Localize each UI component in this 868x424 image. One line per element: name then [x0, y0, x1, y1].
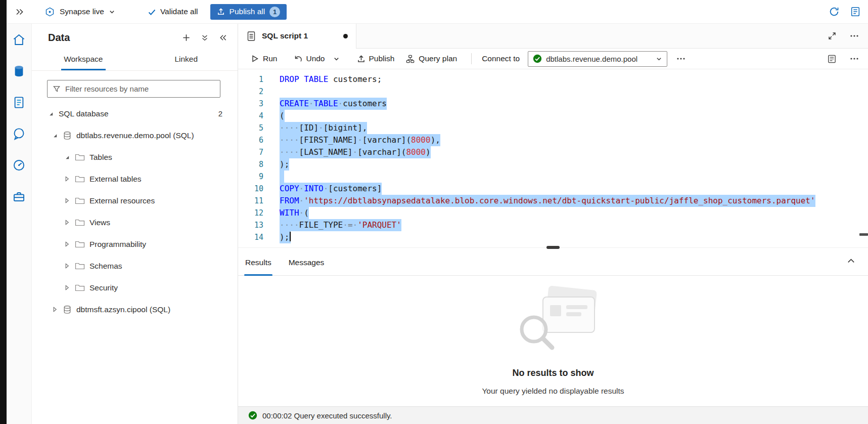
undo-dropdown-icon[interactable]: [329, 53, 344, 65]
tree-item[interactable]: SQL database2: [32, 103, 238, 124]
add-resource-icon[interactable]: [182, 33, 191, 42]
chevron-expanded-icon[interactable]: [47, 111, 54, 116]
code-line[interactable]: 14);: [238, 231, 868, 243]
query-plan-button[interactable]: Query plan: [401, 52, 461, 66]
validate-all-button[interactable]: Validate all: [148, 7, 198, 16]
chevron-collapsed-icon[interactable]: [63, 241, 70, 247]
window-edge: [0, 0, 7, 424]
expand-nav-icon[interactable]: [15, 7, 24, 17]
publish-all-button[interactable]: Publish all 1: [210, 4, 287, 20]
nav-manage-button[interactable]: [7, 181, 32, 212]
toolbar-more-icon[interactable]: [676, 57, 686, 60]
nav-home-button[interactable]: [7, 24, 32, 55]
chevron-collapsed-icon[interactable]: [63, 263, 70, 269]
integrate-icon: [12, 127, 26, 141]
tab-results[interactable]: Results: [239, 251, 278, 275]
filter-input[interactable]: [65, 84, 215, 93]
tree-item-label: dbtmsft.azsyn.cipool (SQL): [76, 305, 170, 314]
tree-item-label: Views: [89, 218, 110, 227]
toolbar-overflow-icon[interactable]: [850, 57, 859, 60]
code-line[interactable]: 5····[ID]·[bigint],: [238, 122, 868, 134]
unsaved-indicator: [343, 34, 348, 38]
code-text: (: [280, 110, 285, 122]
publish-button[interactable]: Publish: [353, 52, 399, 66]
guide-icon[interactable]: [850, 6, 861, 17]
tree-item[interactable]: Programmability: [32, 233, 238, 255]
run-button[interactable]: Run: [246, 52, 281, 66]
tree-item-label: Tables: [89, 153, 112, 162]
synapse-studio-window: Synapse live Validate all Publish all 1: [0, 0, 868, 424]
chevron-collapsed-icon[interactable]: [63, 220, 70, 225]
code-line[interactable]: 4(: [238, 110, 868, 122]
tree-item[interactable]: Tables: [32, 146, 238, 168]
code-editor[interactable]: 1DROP TABLE customers;23CREATE·TABLE·cus…: [238, 69, 868, 247]
data-panel-tabs: Workspace Linked: [32, 50, 238, 71]
line-number: 1: [238, 73, 277, 86]
nav-develop-button[interactable]: [7, 87, 32, 118]
line-number: 2: [238, 86, 277, 98]
mode-label: Synapse live: [60, 7, 104, 16]
chevron-collapsed-icon[interactable]: [63, 198, 70, 203]
chevron-expanded-icon[interactable]: [63, 154, 70, 160]
manage-icon: [12, 190, 26, 203]
properties-icon[interactable]: [827, 54, 837, 64]
panel-title: Data: [48, 32, 172, 44]
tab-linked[interactable]: Linked: [135, 50, 238, 70]
query-plan-icon: [405, 54, 415, 64]
tree-item[interactable]: dbtmsft.azsyn.cipool (SQL): [32, 299, 238, 320]
line-number: 5: [238, 122, 277, 134]
document-tab-bar: SQL script 1: [238, 24, 868, 49]
chevron-collapsed-icon[interactable]: [63, 285, 70, 290]
code-text: ····[LAST_NAME]·[varchar](8000): [280, 146, 431, 158]
code-line[interactable]: 12WITH·(: [238, 207, 868, 219]
tree-item-label: Programmability: [89, 240, 146, 249]
mode-selector[interactable]: Synapse live: [44, 7, 115, 17]
code-line[interactable]: 13····FILE_TYPE·=·'PARQUET': [238, 219, 868, 231]
tree-item[interactable]: Schemas: [32, 255, 238, 277]
chevron-collapsed-icon[interactable]: [63, 176, 70, 182]
nav-integrate-button[interactable]: [7, 118, 32, 149]
code-line[interactable]: 1DROP TABLE customers;: [238, 73, 868, 86]
tree-item[interactable]: External tables: [32, 168, 238, 190]
publish-all-icon: [217, 8, 225, 16]
expand-editor-icon[interactable]: [828, 31, 837, 40]
code-text: CREATE·TABLE·customers: [280, 98, 387, 110]
pool-select-dropdown[interactable]: dbtlabs.revenue.demo.pool: [528, 51, 667, 67]
code-text: [280, 171, 284, 183]
undo-label: Undo: [306, 54, 325, 63]
refresh-icon[interactable]: [829, 6, 840, 17]
pool-name: dbtlabs.revenue.demo.pool: [546, 55, 652, 63]
tree-item[interactable]: Security: [32, 277, 238, 299]
publish-all-label: Publish all: [230, 7, 265, 16]
chevron-collapsed-icon[interactable]: [51, 307, 58, 312]
nav-data-button[interactable]: [7, 55, 32, 87]
undo-button[interactable]: Undo: [289, 52, 329, 66]
tree-item[interactable]: External resources: [32, 190, 238, 211]
code-line[interactable]: 9: [238, 171, 868, 183]
code-line[interactable]: 8);: [238, 158, 868, 171]
collapse-panel-icon[interactable]: [219, 33, 227, 42]
tab-workspace[interactable]: Workspace: [32, 50, 135, 70]
expand-all-icon[interactable]: [201, 34, 209, 42]
tab-messages[interactable]: Messages: [283, 251, 331, 275]
code-text: ····FILE_TYPE·=·'PARQUET': [280, 219, 401, 231]
connect-to-label: Connect to: [482, 54, 520, 63]
panel-resize-handle[interactable]: [546, 246, 560, 249]
chevron-expanded-icon[interactable]: [51, 133, 58, 138]
code-line[interactable]: 6····[FIRST_NAME]·[varchar](8000),: [238, 134, 868, 146]
tree-item[interactable]: Views: [32, 211, 238, 233]
nav-monitor-button[interactable]: [7, 149, 32, 181]
tree-item[interactable]: dbtlabs.revenue.demo.pool (SQL): [32, 124, 238, 146]
empty-title: No results to show: [512, 368, 593, 378]
code-line[interactable]: 7····[LAST_NAME]·[varchar](8000): [238, 146, 868, 158]
editor-toolbar: Run Undo Publish Query p: [238, 49, 868, 69]
tab-more-icon[interactable]: [850, 34, 859, 37]
code-line[interactable]: 11FROM·'https://dbtlabsynapsedatalake.bl…: [238, 195, 868, 207]
filter-box[interactable]: [47, 80, 220, 98]
code-line[interactable]: 10COPY·INTO·[customers]: [238, 183, 868, 195]
publish-count-badge: 1: [269, 7, 280, 17]
tab-sql-script-1[interactable]: SQL script 1: [238, 24, 356, 49]
code-line[interactable]: 3CREATE·TABLE·customers: [238, 98, 868, 110]
collapse-results-icon[interactable]: [846, 256, 856, 266]
code-line[interactable]: 2: [238, 86, 868, 98]
